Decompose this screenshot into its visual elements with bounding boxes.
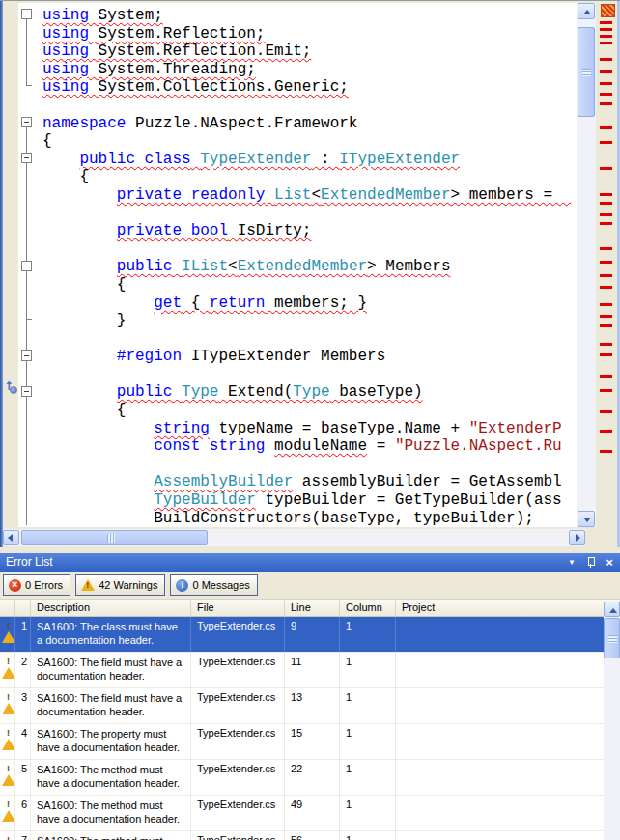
column-header-file[interactable]: File	[191, 600, 285, 616]
code-line[interactable]	[40, 240, 577, 259]
column-header-line[interactable]: Line	[285, 600, 340, 616]
code-line[interactable]: BuildConstructors(baseType, typeBuilder)…	[40, 510, 577, 527]
code-line[interactable]: {	[40, 168, 577, 186]
vertical-scroll-thumb[interactable]	[578, 27, 595, 117]
warning-marker[interactable]	[600, 167, 612, 170]
scroll-right-button[interactable]	[569, 530, 585, 545]
warning-marker[interactable]	[600, 450, 612, 453]
code-line[interactable]: namespace Puzzle.NAspect.Framework	[40, 115, 577, 133]
error-row[interactable]: 7SA1600: The method must have a document…	[0, 831, 604, 840]
code-line[interactable]	[40, 205, 577, 223]
code-line[interactable]: using System;	[40, 7, 577, 25]
code-line[interactable]: get { return members; }	[40, 294, 577, 313]
warning-marker[interactable]	[600, 126, 612, 129]
editor-vertical-scrollbar[interactable]	[577, 3, 596, 527]
errors-filter-button[interactable]: 0 Errors	[3, 574, 70, 596]
indicator-margin[interactable]: ↑	[3, 3, 18, 527]
code-line[interactable]	[40, 330, 577, 349]
close-icon[interactable]: ×	[603, 555, 616, 570]
error-row[interactable]: 2SA1600: The field must have a documenta…	[0, 653, 604, 688]
warning-marker[interactable]	[600, 315, 612, 318]
warning-marker[interactable]	[600, 286, 612, 289]
scroll-left-button[interactable]	[3, 530, 19, 545]
error-list-title-bar[interactable]: Error List ▼ ×	[0, 553, 620, 572]
scroll-up-button[interactable]	[578, 3, 595, 19]
window-menu-icon[interactable]: ▼	[565, 553, 578, 572]
warning-marker[interactable]	[600, 42, 612, 44]
editor-horizontal-scrollbar[interactable]	[3, 529, 585, 546]
code-line[interactable]	[40, 97, 577, 115]
warning-marker[interactable]	[600, 213, 612, 216]
fold-toggle-usings[interactable]	[21, 9, 32, 19]
warning-marker[interactable]	[600, 93, 612, 96]
code-lines[interactable]: using System;using System.Reflection;usi…	[40, 3, 577, 527]
warning-marker[interactable]	[600, 193, 612, 196]
code-line[interactable]: using System.Threading;	[40, 61, 577, 79]
code-line[interactable]: TypeBuilder typeBuilder = GetTypeBuilder…	[40, 491, 577, 510]
warning-marker[interactable]	[600, 202, 612, 205]
warning-marker[interactable]	[600, 58, 612, 61]
code-line[interactable]: using System.Collections.Generic;	[40, 78, 577, 97]
warning-marker[interactable]	[600, 430, 612, 433]
code-line[interactable]: AssemblyBuilder assemblyBuilder = GetAss…	[40, 473, 577, 491]
vertical-scroll-thumb[interactable]	[604, 618, 620, 658]
error-row[interactable]: 6SA1600: The method must have a document…	[0, 796, 604, 831]
code-line[interactable]: {	[40, 402, 577, 420]
code-line[interactable]: #region ITypeExtender Members	[40, 348, 577, 366]
column-header-icon[interactable]	[0, 600, 15, 616]
messages-filter-button[interactable]: 0 Messages	[170, 574, 257, 596]
code-line[interactable]: public Type Extend(Type baseType)	[40, 383, 577, 402]
fold-toggle-class[interactable]	[21, 153, 32, 163]
error-row[interactable]: 5SA1600: The method must have a document…	[0, 760, 604, 796]
fold-toggle-property[interactable]	[21, 261, 32, 271]
code-line[interactable]: string typeName = baseType.Name + "Exten…	[40, 420, 577, 438]
pin-icon[interactable]	[586, 556, 595, 569]
fold-toggle-method[interactable]	[21, 386, 32, 397]
code-line[interactable]	[40, 366, 577, 384]
warning-marker[interactable]	[600, 274, 612, 277]
code-line[interactable]: public class TypeExtender : ITypeExtende…	[40, 151, 577, 169]
warning-marker[interactable]	[600, 375, 612, 378]
code-line[interactable]: {	[40, 132, 577, 151]
code-line[interactable]	[40, 456, 577, 474]
fold-toggle-namespace[interactable]	[21, 117, 32, 127]
column-header-number[interactable]	[15, 600, 31, 616]
code-fold-margin[interactable]	[18, 3, 40, 527]
code-line[interactable]: public IList<ExtendedMember> Members	[40, 258, 577, 276]
code-line[interactable]: {	[40, 276, 577, 294]
margin-bookmark-icon[interactable]: ↑	[4, 382, 17, 396]
error-row[interactable]: 1SA1600: The class must have a documenta…	[0, 617, 604, 653]
warning-marker[interactable]	[600, 410, 612, 413]
warnings-filter-button[interactable]: 42 Warnings	[75, 574, 165, 596]
code-line[interactable]: const string moduleName = "Puzzle.NAspec…	[40, 437, 577, 456]
warning-marker[interactable]	[600, 222, 612, 225]
warning-marker[interactable]	[600, 28, 612, 31]
warning-marker[interactable]	[600, 261, 612, 264]
warning-marker[interactable]	[600, 247, 612, 250]
warning-marker[interactable]	[600, 343, 612, 346]
warning-marker[interactable]	[600, 353, 612, 356]
horizontal-scroll-thumb[interactable]	[21, 530, 208, 545]
warning-marker[interactable]	[600, 35, 612, 38]
code-line[interactable]: using System.Reflection.Emit;	[40, 42, 577, 61]
column-header-project[interactable]: Project	[396, 600, 620, 616]
warning-marker[interactable]	[600, 82, 612, 85]
warning-marker[interactable]	[600, 21, 612, 24]
error-list-scrollbar[interactable]	[604, 602, 620, 840]
warning-marker[interactable]	[600, 389, 612, 392]
marker-bar[interactable]	[598, 3, 617, 545]
code-line[interactable]: private bool IsDirty;	[40, 222, 577, 240]
error-row[interactable]: 3SA1600: The field must have a documenta…	[0, 688, 604, 724]
code-line[interactable]: private readonly List<ExtendedMember> me…	[40, 186, 577, 205]
warning-marker[interactable]	[600, 70, 612, 73]
column-header-description[interactable]: Description	[31, 600, 191, 616]
warning-marker[interactable]	[600, 141, 612, 144]
scroll-down-button[interactable]	[578, 511, 595, 527]
scroll-up-button[interactable]	[604, 602, 620, 617]
fold-toggle-region[interactable]	[21, 350, 32, 361]
code-line[interactable]: using System.Reflection;	[40, 25, 577, 43]
warning-marker[interactable]	[600, 102, 612, 105]
analysis-status-icon[interactable]	[601, 4, 615, 17]
warning-marker[interactable]	[600, 324, 612, 327]
column-header-column[interactable]: Column	[340, 600, 396, 616]
